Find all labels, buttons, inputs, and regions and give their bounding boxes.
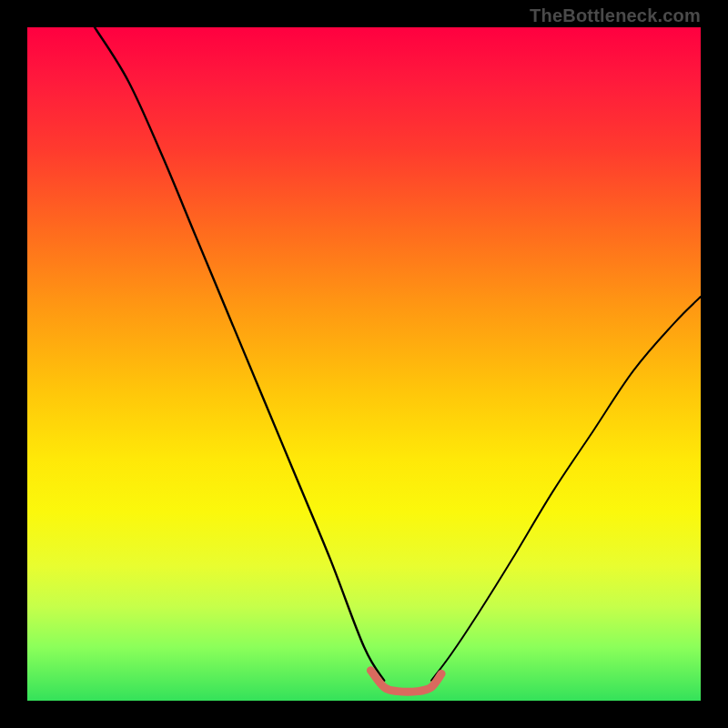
right-ascent-curve	[431, 297, 701, 681]
plot-area	[27, 27, 701, 701]
left-descent-curve	[95, 27, 384, 681]
attribution-label: TheBottleneck.com	[530, 5, 701, 26]
chart-svg	[27, 27, 701, 701]
chart-frame: TheBottleneck.com	[0, 0, 728, 728]
